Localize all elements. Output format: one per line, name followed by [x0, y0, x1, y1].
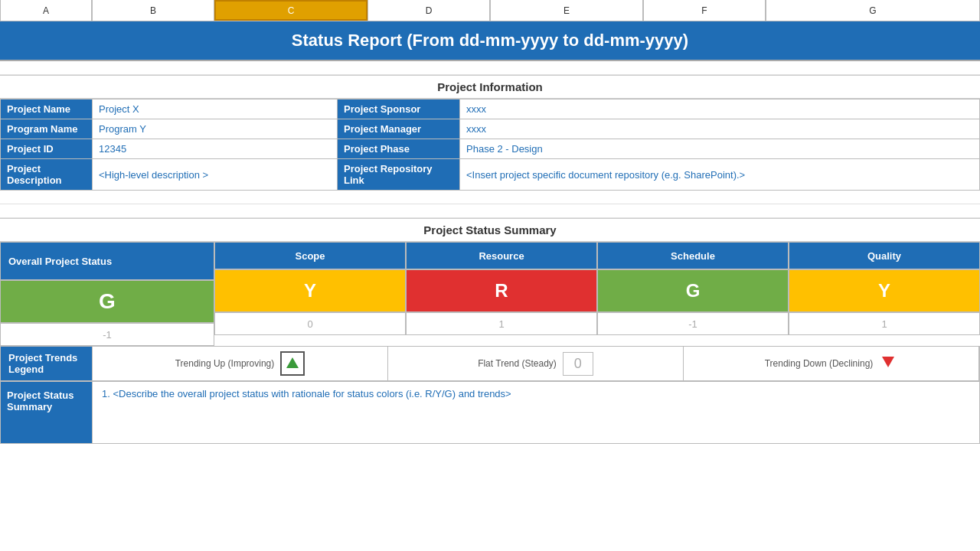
metric-header-resource: Resource [406, 242, 597, 269]
spacer-2 [0, 191, 980, 204]
label-project-manager: Project Manager [338, 119, 460, 139]
col-header-a: A [0, 0, 92, 21]
trends-legend-row: Project Trends Legend Trending Up (Impro… [0, 346, 980, 381]
col-header-c: C [214, 0, 368, 21]
project-info-heading: Project Information [0, 75, 980, 99]
value-project-description[interactable]: <High-level description > [93, 159, 338, 191]
trend-item-down: Trending Down (Declining) [684, 347, 979, 380]
label-project-phase: Project Phase [338, 139, 460, 159]
summary-label: Project Status Summary [1, 382, 93, 443]
label-project-name: Project Name [1, 99, 93, 119]
svg-marker-0 [286, 357, 299, 368]
value-program-name[interactable]: Program Y [93, 119, 338, 139]
label-project-id: Project ID [1, 139, 93, 159]
info-row-id: Project ID 12345 Project Phase Phase 2 -… [1, 139, 980, 159]
col-header-b: B [92, 0, 214, 21]
column-header-row: A B C D E F G [0, 0, 980, 21]
metric-trend-scope: 0 [214, 312, 406, 335]
trend-flat-text: Flat Trend (Steady) [478, 358, 557, 369]
zero-icon: 0 [563, 352, 593, 376]
metrics-trend-row: 0 1 -1 1 [214, 312, 980, 335]
label-project-description: Project Description [1, 159, 93, 191]
summary-content[interactable]: 1. <Describe the overall project status … [93, 382, 979, 443]
label-program-name: Program Name [1, 119, 93, 139]
status-grid: Overall Project Status G -1 Scope Resour… [0, 242, 980, 346]
overall-status-block: Overall Project Status G -1 [0, 242, 214, 346]
metric-value-schedule: G [597, 269, 789, 312]
spacer-1 [0, 61, 980, 75]
spacer-3 [0, 204, 980, 218]
overall-status-trend: -1 [0, 323, 214, 346]
trend-up-text: Trending Up (Improving) [175, 358, 275, 369]
trend-item-flat: Flat Trend (Steady) 0 [388, 347, 684, 380]
status-summary-heading: Project Status Summary [0, 218, 980, 242]
spreadsheet: A B C D E F G Status Report (From dd-mm-… [0, 0, 980, 444]
trend-down-text: Trending Down (Declining) [765, 358, 874, 369]
metric-header-scope: Scope [214, 242, 406, 269]
metric-trend-schedule: -1 [597, 312, 789, 335]
value-project-name[interactable]: Project X [93, 99, 338, 119]
metrics-value-row: Y R G Y [214, 269, 980, 312]
info-row-name: Project Name Project X Project Sponsor x… [1, 99, 980, 119]
label-project-repository: Project Repository Link [338, 159, 460, 191]
info-row-program: Program Name Program Y Project Manager x… [1, 119, 980, 139]
metric-trend-resource: 1 [406, 312, 597, 335]
info-row-description: Project Description <High-level descript… [1, 159, 980, 191]
value-project-id[interactable]: 12345 [93, 139, 338, 159]
metric-value-scope: Y [214, 269, 406, 312]
col-header-d: D [368, 0, 490, 21]
value-project-sponsor[interactable]: xxxx [460, 99, 980, 119]
overall-status-value: G [0, 280, 214, 323]
metric-header-quality: Quality [789, 242, 980, 269]
status-metrics: Scope Resource Schedule Quality Y R G Y … [214, 242, 980, 346]
summary-section: Project Status Summary 1. <Describe the … [0, 381, 980, 444]
col-header-f: F [643, 0, 766, 21]
metric-trend-quality: 1 [789, 312, 980, 335]
label-project-sponsor: Project Sponsor [338, 99, 460, 119]
trends-legend-label: Project Trends Legend [1, 347, 93, 380]
value-project-repository[interactable]: <Insert project specific document reposi… [460, 159, 980, 191]
up-arrow-icon[interactable] [280, 351, 305, 376]
trend-item-up: Trending Up (Improving) [93, 347, 388, 380]
metric-header-schedule: Schedule [597, 242, 789, 269]
metric-value-quality: Y [789, 269, 980, 312]
svg-marker-1 [882, 357, 894, 367]
metrics-header-row: Scope Resource Schedule Quality [214, 242, 980, 269]
metric-value-resource: R [406, 269, 597, 312]
report-title: Status Report (From dd-mm-yyyy to dd-mm-… [0, 21, 980, 61]
value-project-phase[interactable]: Phase 2 - Design [460, 139, 980, 159]
col-header-e: E [490, 0, 643, 21]
overall-status-label: Overall Project Status [0, 242, 214, 280]
col-header-g: G [766, 0, 980, 21]
down-arrow-icon [879, 352, 897, 375]
value-project-manager[interactable]: xxxx [460, 119, 980, 139]
project-info-table: Project Name Project X Project Sponsor x… [0, 99, 980, 191]
